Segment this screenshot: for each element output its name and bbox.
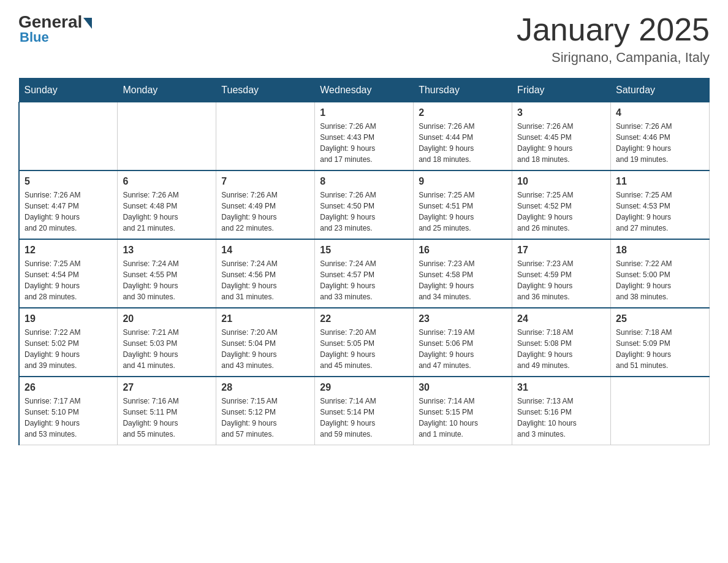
day-info: Sunrise: 7:25 AM Sunset: 4:51 PM Dayligh… (419, 190, 507, 234)
calendar-cell: 17Sunrise: 7:23 AM Sunset: 4:59 PM Dayli… (512, 239, 611, 308)
day-number: 12 (25, 245, 112, 256)
calendar-cell: 8Sunrise: 7:26 AM Sunset: 4:50 PM Daylig… (315, 170, 414, 239)
day-info: Sunrise: 7:26 AM Sunset: 4:46 PM Dayligh… (616, 121, 704, 165)
day-number: 4 (616, 107, 704, 118)
day-info: Sunrise: 7:26 AM Sunset: 4:45 PM Dayligh… (517, 121, 605, 165)
day-number: 18 (616, 245, 704, 256)
day-number: 15 (320, 245, 408, 256)
day-info: Sunrise: 7:23 AM Sunset: 4:59 PM Dayligh… (517, 258, 605, 302)
day-info: Sunrise: 7:25 AM Sunset: 4:53 PM Dayligh… (616, 190, 704, 234)
calendar-week-row: 26Sunrise: 7:17 AM Sunset: 5:10 PM Dayli… (19, 377, 710, 445)
calendar-cell: 10Sunrise: 7:25 AM Sunset: 4:52 PM Dayli… (512, 170, 611, 239)
day-info: Sunrise: 7:18 AM Sunset: 5:08 PM Dayligh… (517, 327, 605, 371)
calendar-cell: 16Sunrise: 7:23 AM Sunset: 4:58 PM Dayli… (414, 239, 512, 308)
day-number: 30 (419, 382, 507, 393)
calendar-cell: 11Sunrise: 7:25 AM Sunset: 4:53 PM Dayli… (611, 170, 710, 239)
calendar-cell: 12Sunrise: 7:25 AM Sunset: 4:54 PM Dayli… (19, 239, 118, 308)
day-number: 26 (25, 382, 112, 393)
logo-arrow-icon (83, 18, 92, 29)
column-header-thursday: Thursday (414, 79, 512, 102)
day-number: 21 (221, 313, 309, 324)
calendar-header-row: SundayMondayTuesdayWednesdayThursdayFrid… (19, 79, 710, 102)
calendar-cell: 26Sunrise: 7:17 AM Sunset: 5:10 PM Dayli… (19, 377, 118, 445)
day-info: Sunrise: 7:14 AM Sunset: 5:15 PM Dayligh… (419, 396, 507, 440)
day-number: 17 (517, 245, 605, 256)
calendar-cell (216, 102, 315, 171)
logo: General Blue (18, 12, 92, 45)
calendar-week-row: 1Sunrise: 7:26 AM Sunset: 4:43 PM Daylig… (19, 102, 710, 171)
day-info: Sunrise: 7:20 AM Sunset: 5:05 PM Dayligh… (320, 327, 408, 371)
calendar-cell: 2Sunrise: 7:26 AM Sunset: 4:44 PM Daylig… (414, 102, 512, 171)
day-info: Sunrise: 7:25 AM Sunset: 4:54 PM Dayligh… (25, 258, 112, 302)
day-info: Sunrise: 7:26 AM Sunset: 4:44 PM Dayligh… (419, 121, 507, 165)
day-number: 16 (419, 245, 507, 256)
day-info: Sunrise: 7:26 AM Sunset: 4:48 PM Dayligh… (123, 190, 211, 234)
title-section: January 2025 Sirignano, Campania, Italy (517, 12, 710, 66)
day-number: 24 (517, 313, 605, 324)
day-number: 19 (25, 313, 112, 324)
day-info: Sunrise: 7:22 AM Sunset: 5:00 PM Dayligh… (616, 258, 704, 302)
calendar-cell: 6Sunrise: 7:26 AM Sunset: 4:48 PM Daylig… (118, 170, 216, 239)
day-number: 28 (221, 382, 309, 393)
calendar-cell: 1Sunrise: 7:26 AM Sunset: 4:43 PM Daylig… (315, 102, 414, 171)
calendar-cell: 13Sunrise: 7:24 AM Sunset: 4:55 PM Dayli… (118, 239, 216, 308)
calendar-cell: 14Sunrise: 7:24 AM Sunset: 4:56 PM Dayli… (216, 239, 315, 308)
day-info: Sunrise: 7:22 AM Sunset: 5:02 PM Dayligh… (25, 327, 112, 371)
day-info: Sunrise: 7:26 AM Sunset: 4:43 PM Dayligh… (320, 121, 408, 165)
calendar-cell: 18Sunrise: 7:22 AM Sunset: 5:00 PM Dayli… (611, 239, 710, 308)
day-info: Sunrise: 7:16 AM Sunset: 5:11 PM Dayligh… (123, 396, 211, 440)
day-info: Sunrise: 7:24 AM Sunset: 4:56 PM Dayligh… (221, 258, 309, 302)
day-info: Sunrise: 7:19 AM Sunset: 5:06 PM Dayligh… (419, 327, 507, 371)
calendar-cell: 25Sunrise: 7:18 AM Sunset: 5:09 PM Dayli… (611, 308, 710, 377)
calendar-week-row: 12Sunrise: 7:25 AM Sunset: 4:54 PM Dayli… (19, 239, 710, 308)
calendar-cell: 19Sunrise: 7:22 AM Sunset: 5:02 PM Dayli… (19, 308, 118, 377)
calendar-week-row: 5Sunrise: 7:26 AM Sunset: 4:47 PM Daylig… (19, 170, 710, 239)
calendar-cell (611, 377, 710, 445)
day-info: Sunrise: 7:17 AM Sunset: 5:10 PM Dayligh… (25, 396, 112, 440)
day-number: 10 (517, 176, 605, 187)
day-info: Sunrise: 7:21 AM Sunset: 5:03 PM Dayligh… (123, 327, 211, 371)
page-header: General Blue January 2025 Sirignano, Cam… (18, 12, 710, 66)
calendar-cell: 5Sunrise: 7:26 AM Sunset: 4:47 PM Daylig… (19, 170, 118, 239)
calendar-cell (118, 102, 216, 171)
column-header-wednesday: Wednesday (315, 79, 414, 102)
calendar-cell: 28Sunrise: 7:15 AM Sunset: 5:12 PM Dayli… (216, 377, 315, 445)
column-header-monday: Monday (118, 79, 216, 102)
calendar-week-row: 19Sunrise: 7:22 AM Sunset: 5:02 PM Dayli… (19, 308, 710, 377)
day-number: 7 (221, 176, 309, 187)
day-number: 8 (320, 176, 408, 187)
column-header-friday: Friday (512, 79, 611, 102)
calendar-cell: 21Sunrise: 7:20 AM Sunset: 5:04 PM Dayli… (216, 308, 315, 377)
day-info: Sunrise: 7:24 AM Sunset: 4:55 PM Dayligh… (123, 258, 211, 302)
day-number: 31 (517, 382, 605, 393)
calendar-cell (19, 102, 118, 171)
day-number: 5 (25, 176, 112, 187)
day-number: 23 (419, 313, 507, 324)
day-number: 27 (123, 382, 211, 393)
column-header-saturday: Saturday (611, 79, 710, 102)
day-number: 25 (616, 313, 704, 324)
day-info: Sunrise: 7:20 AM Sunset: 5:04 PM Dayligh… (221, 327, 309, 371)
calendar-cell: 29Sunrise: 7:14 AM Sunset: 5:14 PM Dayli… (315, 377, 414, 445)
month-title: January 2025 (517, 12, 710, 47)
day-info: Sunrise: 7:23 AM Sunset: 4:58 PM Dayligh… (419, 258, 507, 302)
day-number: 2 (419, 107, 507, 118)
day-info: Sunrise: 7:26 AM Sunset: 4:49 PM Dayligh… (221, 190, 309, 234)
day-number: 14 (221, 245, 309, 256)
calendar-cell: 24Sunrise: 7:18 AM Sunset: 5:08 PM Dayli… (512, 308, 611, 377)
calendar-cell: 23Sunrise: 7:19 AM Sunset: 5:06 PM Dayli… (414, 308, 512, 377)
day-info: Sunrise: 7:25 AM Sunset: 4:52 PM Dayligh… (517, 190, 605, 234)
day-info: Sunrise: 7:26 AM Sunset: 4:47 PM Dayligh… (25, 190, 112, 234)
day-number: 3 (517, 107, 605, 118)
calendar-cell: 22Sunrise: 7:20 AM Sunset: 5:05 PM Dayli… (315, 308, 414, 377)
calendar-cell: 27Sunrise: 7:16 AM Sunset: 5:11 PM Dayli… (118, 377, 216, 445)
day-info: Sunrise: 7:18 AM Sunset: 5:09 PM Dayligh… (616, 327, 704, 371)
day-number: 11 (616, 176, 704, 187)
day-info: Sunrise: 7:15 AM Sunset: 5:12 PM Dayligh… (221, 396, 309, 440)
day-info: Sunrise: 7:24 AM Sunset: 4:57 PM Dayligh… (320, 258, 408, 302)
day-number: 20 (123, 313, 211, 324)
location: Sirignano, Campania, Italy (517, 50, 710, 66)
column-header-tuesday: Tuesday (216, 79, 315, 102)
day-number: 6 (123, 176, 211, 187)
calendar-cell: 31Sunrise: 7:13 AM Sunset: 5:16 PM Dayli… (512, 377, 611, 445)
